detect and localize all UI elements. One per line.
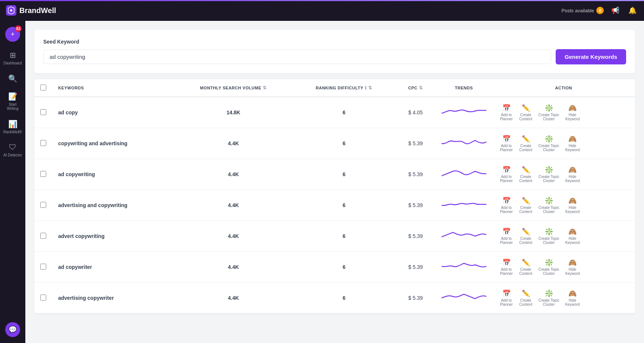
- sidebar-item-label: Dashboard: [4, 61, 22, 65]
- main-content: Seed Keyword Generate Keywords KEYWORDS: [25, 21, 644, 343]
- brand-logo[interactable]: BrandWell: [6, 5, 56, 16]
- action-cell: 📅Add toPlanner✏️CreateContent❇️Create To…: [492, 128, 635, 159]
- sidebar-item-search[interactable]: 🔍: [1, 71, 24, 86]
- trend-cell: [436, 252, 492, 283]
- create-content-btn[interactable]: ✏️CreateContent: [518, 133, 534, 153]
- create-topic-cluster-btn[interactable]: ❇️Create TopicCluster: [537, 288, 561, 308]
- info-difficulty-icon[interactable]: ℹ: [365, 85, 367, 90]
- generate-keywords-btn[interactable]: Generate Keywords: [556, 49, 626, 64]
- sort-cpc-icon[interactable]: ⇅: [419, 85, 423, 90]
- create-content-btn[interactable]: ✏️CreateContent: [518, 164, 534, 184]
- create-topic-cluster-btn[interactable]: ❇️Create TopicCluster: [537, 195, 561, 215]
- table-row: advert copywriting4.4K6$ 5.39 📅Add toPla…: [34, 221, 635, 252]
- row-checkbox[interactable]: [40, 202, 46, 208]
- row-checkbox[interactable]: [40, 109, 46, 115]
- add-to-planner-btn[interactable]: 📅Add toPlanner: [498, 226, 515, 246]
- action-cell: 📅Add toPlanner✏️CreateContent❇️Create To…: [492, 221, 635, 252]
- sidebar-item-rankwell[interactable]: 📊 RankWell®: [1, 117, 24, 137]
- cpc-cell: $ 4.05: [395, 97, 435, 128]
- header-checkbox-cell: [34, 79, 52, 97]
- add-to-planner-btn[interactable]: 📅Add toPlanner: [498, 102, 515, 123]
- sidebar-item-ai-detector[interactable]: 🛡 AI Detector: [1, 140, 24, 160]
- seed-input[interactable]: [43, 50, 551, 64]
- brand-name: BrandWell: [19, 6, 56, 15]
- table-body: ad copy14.8K6$ 4.05 📅Add toPlanner✏️Crea…: [34, 97, 635, 314]
- hide-keyword-btn[interactable]: 🙈HideKeyword: [564, 133, 581, 153]
- create-topic-cluster-btn[interactable]: ❇️Create TopicCluster: [537, 226, 561, 246]
- hide-keyword-btn[interactable]: 🙈HideKeyword: [564, 164, 581, 184]
- trend-cell: [436, 190, 492, 221]
- table-row: advertising and copywriting4.4K6$ 5.39 📅…: [34, 190, 635, 221]
- top-nav: BrandWell Posts available 0 📢 🔔: [0, 0, 644, 21]
- hide-keyword-btn[interactable]: 🙈HideKeyword: [564, 226, 581, 246]
- avatar-badge: 83: [15, 25, 22, 32]
- row-checkbox-cell: [34, 97, 52, 128]
- create-content-btn[interactable]: ✏️CreateContent: [518, 257, 534, 277]
- hide-keyword-btn[interactable]: 🙈HideKeyword: [564, 102, 581, 123]
- sidebar-item-dashboard[interactable]: ⊞ Dashboard: [1, 48, 24, 68]
- announcement-btn[interactable]: 📢: [610, 5, 621, 16]
- write-icon: 📝: [8, 92, 18, 101]
- hide-keyword-btn[interactable]: 🙈HideKeyword: [564, 288, 581, 308]
- hide-keyword-btn[interactable]: 🙈HideKeyword: [564, 257, 581, 277]
- cpc-cell: $ 5.39: [395, 252, 435, 283]
- difficulty-cell: 6: [293, 159, 395, 190]
- sidebar-item-start-writing[interactable]: 📝 Start Writing: [1, 89, 24, 114]
- keyword-cell: advertising copywriter: [52, 283, 174, 314]
- create-topic-cluster-btn[interactable]: ❇️Create TopicCluster: [537, 102, 561, 123]
- add-to-planner-btn[interactable]: 📅Add toPlanner: [498, 164, 515, 184]
- trend-cell: [436, 128, 492, 159]
- keyword-cell: copywriting and advertising: [52, 128, 174, 159]
- row-checkbox-cell: [34, 221, 52, 252]
- difficulty-cell: 6: [293, 283, 395, 314]
- row-checkbox[interactable]: [40, 295, 46, 301]
- sort-monthly-icon[interactable]: ⇅: [263, 85, 267, 90]
- select-all-checkbox[interactable]: [40, 85, 46, 90]
- table-header-row: KEYWORDS MONTHLY SEARCH VOLUME ⇅ RANKING…: [34, 79, 635, 97]
- create-content-btn[interactable]: ✏️CreateContent: [518, 102, 534, 123]
- cpc-cell: $ 5.39: [395, 128, 435, 159]
- posts-badge: 0: [596, 7, 604, 14]
- create-topic-cluster-btn[interactable]: ❇️Create TopicCluster: [537, 164, 561, 184]
- create-content-btn[interactable]: ✏️CreateContent: [518, 226, 534, 246]
- keyword-cell: ad copywriter: [52, 252, 174, 283]
- table-row: ad copywriter4.4K6$ 5.39 📅Add toPlanner✏…: [34, 252, 635, 283]
- keywords-table-section: KEYWORDS MONTHLY SEARCH VOLUME ⇅ RANKING…: [34, 79, 635, 314]
- add-to-planner-btn[interactable]: 📅Add toPlanner: [498, 288, 515, 308]
- seed-row: Generate Keywords: [43, 49, 626, 64]
- cpc-cell: $ 5.39: [395, 159, 435, 190]
- nav-right: Posts available 0 📢 🔔: [562, 5, 638, 16]
- posts-available: Posts available 0: [562, 7, 604, 14]
- row-checkbox[interactable]: [40, 264, 46, 270]
- header-trends: TRENDS: [436, 79, 492, 97]
- monthly-search-cell: 4.4K: [174, 283, 293, 314]
- action-cell: 📅Add toPlanner✏️CreateContent❇️Create To…: [492, 97, 635, 128]
- add-to-planner-btn[interactable]: 📅Add toPlanner: [498, 257, 515, 277]
- notifications-btn[interactable]: 🔔: [627, 5, 638, 16]
- ai-detector-icon: 🛡: [9, 143, 16, 152]
- row-checkbox[interactable]: [40, 140, 46, 146]
- action-cell: 📅Add toPlanner✏️CreateContent❇️Create To…: [492, 190, 635, 221]
- keyword-cell: ad copywriting: [52, 159, 174, 190]
- create-topic-cluster-btn[interactable]: ❇️Create TopicCluster: [537, 133, 561, 153]
- sort-difficulty-icon[interactable]: ⇅: [368, 85, 372, 90]
- trend-cell: [436, 159, 492, 190]
- trend-cell: [436, 283, 492, 314]
- sidebar-label-rankwell: RankWell®: [3, 130, 22, 134]
- action-cell: 📅Add toPlanner✏️CreateContent❇️Create To…: [492, 159, 635, 190]
- difficulty-cell: 6: [293, 97, 395, 128]
- chat-button[interactable]: 💬: [5, 322, 20, 337]
- cpc-cell: $ 5.39: [395, 221, 435, 252]
- row-checkbox[interactable]: [40, 171, 46, 177]
- table-row: ad copywriting4.4K6$ 5.39 📅Add toPlanner…: [34, 159, 635, 190]
- add-to-planner-btn[interactable]: 📅Add toPlanner: [498, 133, 515, 153]
- hide-keyword-btn[interactable]: 🙈HideKeyword: [564, 195, 581, 215]
- create-content-btn[interactable]: ✏️CreateContent: [518, 195, 534, 215]
- add-to-planner-btn[interactable]: 📅Add toPlanner: [498, 195, 515, 215]
- create-topic-cluster-btn[interactable]: ❇️Create TopicCluster: [537, 257, 561, 277]
- create-content-btn[interactable]: ✏️CreateContent: [518, 288, 534, 308]
- rankwell-icon: 📊: [8, 120, 18, 128]
- keyword-cell: advertising and copywriting: [52, 190, 174, 221]
- avatar-btn[interactable]: + 83: [5, 27, 20, 42]
- row-checkbox[interactable]: [40, 233, 46, 239]
